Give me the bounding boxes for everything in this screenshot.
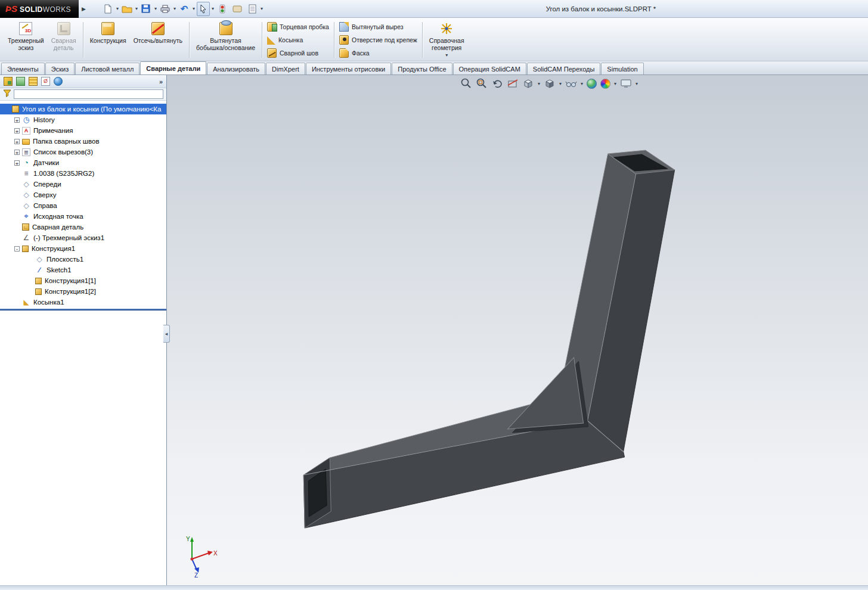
tree-item-construction1[interactable]: - Конструкция1 [0,243,166,254]
tab-elements[interactable]: Элементы [1,63,45,74]
ribbon-button-trim-extend[interactable]: Отсечь/вытянуть [130,20,186,60]
tab-solidcam-operation[interactable]: Операция SolidCAM [453,63,526,74]
properties-dropdown-caret-icon[interactable] [261,6,263,11]
ribbon-button-chamfer[interactable]: Фаска [338,48,418,58]
dimxpertmanager-tab-icon[interactable] [41,77,50,86]
3d-model[interactable] [167,75,868,585]
view-settings-caret-icon[interactable] [636,81,638,86]
tree-expander-icon[interactable]: + [14,150,20,155]
previous-view-icon[interactable] [491,77,503,89]
ribbon-button-gusset[interactable]: Косынка [266,35,330,45]
extruded-boss-icon [219,22,232,35]
ribbon-button-extruded-boss[interactable]: Вытянутая бобышка/основание [193,20,259,60]
select-dropdown-caret-icon[interactable] [212,6,214,11]
tab-simulation[interactable]: Simulation [601,63,643,74]
section-view-icon[interactable] [507,77,519,89]
tree-item-plane1[interactable]: Плоскость1 [0,254,166,265]
tree-item-origin[interactable]: Исходная точка [0,211,166,222]
ribbon-button-3d-sketch[interactable]: Трехмерный эскиз [4,20,48,60]
new-dropdown-caret-icon[interactable] [116,6,119,11]
print-dropdown-caret-icon[interactable] [173,6,176,11]
ribbon-separator [83,22,83,58]
tree-filter-input[interactable] [14,89,163,99]
menu-expand-arrow[interactable]: ▶ [82,6,86,12]
tree-item-right-plane[interactable]: Справа [0,200,166,211]
tree-item-gusset1[interactable]: Косынка1 [0,297,166,308]
tree-expander-icon[interactable]: + [14,139,20,144]
panel-overflow-chevron[interactable]: » [159,78,163,85]
ribbon-button-end-cap[interactable]: Торцевая пробка [266,21,330,32]
zoom-to-fit-icon[interactable] [460,77,472,89]
apply-scene-caret-icon[interactable] [614,81,616,86]
tree-item-weld-folder[interactable]: + Папка сварных швов [0,136,166,147]
model-gusset-face[interactable] [507,358,583,429]
save-icon[interactable] [140,2,153,16]
reference-geometry-dropdown-caret-icon[interactable] [445,52,448,59]
tree-item-top-plane[interactable]: Сверху [0,190,166,200]
options-icon[interactable] [231,2,244,16]
tree-root-item[interactable]: Угол из балок и косынки (По умолчанию<Ка [0,104,166,114]
display-style-icon[interactable] [544,77,556,89]
chamfer-icon [339,48,349,58]
open-icon[interactable] [120,2,134,16]
tree-expander-icon[interactable]: + [14,117,20,123]
apply-scene-icon[interactable] [600,79,610,89]
undo-icon[interactable]: ↶ [178,2,191,16]
part-icon [12,105,19,113]
tab-weldments[interactable]: Сварные детали [140,61,206,74]
open-dropdown-caret-icon[interactable] [135,6,138,11]
tree-item-weldment-feature[interactable]: Сварная деталь [0,222,166,232]
panel-collapse-handle[interactable]: ◂ [163,325,170,343]
ribbon-button-weldment[interactable]: Сварная деталь [48,20,80,60]
tree-item-history[interactable]: + History [0,114,166,125]
configurationmanager-tab-icon[interactable] [29,77,38,86]
display-style-caret-icon[interactable] [559,81,562,86]
displaymanager-tab-icon[interactable] [54,77,63,86]
ribbon-button-structural-member[interactable]: Конструкция [86,20,130,60]
ribbon-button-hole-wizard[interactable]: Отверстие под крепеж [338,35,418,45]
plane-icon [22,181,30,188]
ribbon-button-weld-bead[interactable]: Сварной шов [266,48,330,58]
view-settings-icon[interactable] [620,77,632,89]
ribbon-button-reference-geometry[interactable]: Справочная геометрия [426,20,468,60]
hide-show-items-caret-icon[interactable] [581,81,583,86]
propertymanager-tab-icon[interactable] [16,77,25,86]
tab-sheet-metal[interactable]: Листовой металл [75,63,140,74]
select-cursor-icon[interactable] [197,2,210,16]
print-icon[interactable] [159,2,172,16]
hide-show-items-icon[interactable] [565,77,577,89]
tab-solidcam-transitions[interactable]: SolidCAM Переходы [527,63,601,74]
weld-folder-icon [22,139,30,145]
tab-office-products[interactable]: Продукты Office [392,63,452,74]
tree-item-sensors[interactable]: + Датчики [0,157,166,168]
plane-icon [22,191,30,199]
save-dropdown-caret-icon[interactable] [154,6,157,11]
tree-expander-icon[interactable]: + [14,128,20,133]
ribbon-button-extruded-cut[interactable]: Вытянутый вырез [338,21,418,32]
rebuild-icon[interactable] [216,2,229,16]
undo-dropdown-caret-icon[interactable] [193,6,195,11]
new-document-icon[interactable] [101,2,114,16]
graphics-viewport[interactable]: Y X Z [167,75,868,585]
tab-evaluate[interactable]: Анализировать [207,63,265,74]
tree-item-annotations[interactable]: + Примечания [0,125,166,136]
tree-item-sketch1[interactable]: Sketch1 [0,265,166,275]
tab-dimxpert[interactable]: DimXpert [266,63,305,74]
tree-item-construction1-1[interactable]: Конструкция1[1] [0,275,166,286]
view-orientation-caret-icon[interactable] [538,81,540,86]
view-orientation-icon[interactable] [522,77,534,89]
tree-item-material[interactable]: 1.0038 (S235JRG2) [0,168,166,179]
rollback-bar[interactable] [0,309,166,310]
featuremanager-tab-icon[interactable] [4,77,13,86]
tab-sketch[interactable]: Эскиз [45,63,75,74]
tree-expander-icon[interactable]: + [14,160,20,166]
file-properties-icon[interactable] [246,2,259,16]
edit-appearance-icon[interactable] [587,79,597,89]
zoom-to-area-icon[interactable] [476,77,488,89]
tree-item-front-plane[interactable]: Спереди [0,179,166,190]
tree-expander-icon[interactable]: - [14,246,20,251]
tab-render-tools[interactable]: Инструменты отрисовки [306,63,391,74]
tree-item-cut-list[interactable]: + Список вырезов(3) [0,147,166,157]
tree-item-construction1-2[interactable]: Конструкция1[2] [0,286,166,297]
tree-item-3d-sketch1[interactable]: (-) Трехмерный эскиз1 [0,232,166,243]
